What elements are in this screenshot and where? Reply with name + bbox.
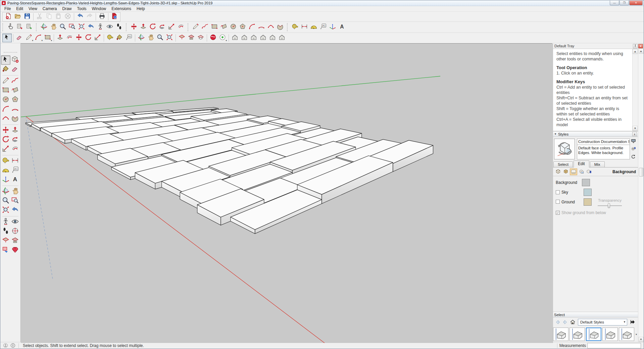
- minimize-button[interactable]: —: [610, 1, 619, 5]
- style-description[interactable]: Default face colors. Profile Edges. Whit…: [577, 145, 630, 159]
- dropdown-arrow-icon[interactable]: ▾: [51, 40, 52, 42]
- move-button[interactable]: [74, 34, 84, 42]
- background-settings-icon[interactable]: [570, 168, 577, 175]
- back-icon[interactable]: [554, 319, 561, 326]
- orbit-button[interactable]: [137, 34, 146, 42]
- menu-edit[interactable]: Edit: [13, 6, 26, 11]
- undo-button[interactable]: [76, 12, 85, 21]
- select-button[interactable]: [2, 34, 12, 42]
- pie-button[interactable]: [276, 23, 285, 32]
- select-panel-header[interactable]: Select: [552, 312, 638, 317]
- toolbar-grip[interactable]: [2, 23, 5, 31]
- menu-help[interactable]: Help: [134, 6, 148, 11]
- details-icon[interactable]: [629, 319, 636, 326]
- style-thumbnail-5[interactable]: [619, 328, 634, 341]
- walk-button[interactable]: [1, 227, 10, 236]
- ground-color-swatch[interactable]: [584, 198, 592, 206]
- compass-button[interactable]: [10, 227, 20, 236]
- push-pull-button[interactable]: [139, 23, 148, 32]
- copy-button[interactable]: [44, 12, 54, 21]
- scroll-down-icon[interactable]: ▼: [633, 126, 638, 131]
- look-around-button[interactable]: [105, 23, 114, 32]
- dropdown-arrow-icon[interactable]: ▾: [32, 40, 33, 42]
- text-button[interactable]: A1: [10, 166, 20, 175]
- tape-measure-button[interactable]: [105, 34, 115, 42]
- paste-button[interactable]: [54, 12, 63, 21]
- tab-edit[interactable]: Edit: [574, 160, 589, 167]
- section-display-button[interactable]: [187, 34, 196, 42]
- open-button[interactable]: [13, 12, 22, 21]
- update-style-icon[interactable]: [631, 154, 636, 159]
- rectangle-button[interactable]: [1, 86, 10, 95]
- select-button[interactable]: [1, 55, 10, 65]
- toolbar-grip[interactable]: [188, 23, 190, 31]
- pan-button[interactable]: [49, 23, 58, 32]
- orbit-button[interactable]: [39, 23, 49, 32]
- eraser-button[interactable]: [10, 65, 20, 74]
- section-plane-button[interactable]: [177, 34, 187, 42]
- menu-draw[interactable]: Draw: [60, 6, 75, 11]
- toolbar-grip[interactable]: [287, 23, 289, 31]
- view-top-button[interactable]: [240, 34, 249, 42]
- arcs-button[interactable]: ▾: [34, 34, 43, 42]
- tray-scroll-thumb[interactable]: [639, 168, 643, 177]
- print-button[interactable]: [97, 12, 107, 21]
- zoom-button[interactable]: [1, 196, 10, 206]
- polygon-button[interactable]: [238, 23, 247, 32]
- scroll-up-icon[interactable]: ▲: [633, 49, 638, 54]
- 3d-text-button[interactable]: A: [337, 23, 347, 32]
- zoom-window-button[interactable]: [67, 23, 77, 32]
- push-pull-button[interactable]: [55, 34, 65, 42]
- styles-collection-dropdown[interactable]: Default Styles ▼: [578, 319, 627, 326]
- shapes-button[interactable]: ▾: [43, 34, 52, 42]
- menu-file[interactable]: File: [2, 6, 13, 11]
- pie-button[interactable]: [10, 114, 20, 123]
- create-new-style-icon[interactable]: [631, 146, 636, 151]
- make-component-button[interactable]: [10, 55, 20, 65]
- paint-bucket-button[interactable]: [115, 34, 124, 42]
- zoom-button[interactable]: [58, 23, 67, 32]
- new-button[interactable]: [4, 12, 13, 21]
- cut-button[interactable]: [35, 12, 44, 21]
- save-button[interactable]: [22, 12, 32, 21]
- line-button[interactable]: [1, 77, 10, 86]
- rotate-button[interactable]: [84, 34, 93, 42]
- rotated-rectangle-button[interactable]: [219, 23, 229, 32]
- arc-button[interactable]: [247, 23, 257, 32]
- transparency-slider[interactable]: [598, 203, 622, 208]
- style-thumbnail-1[interactable]: [553, 328, 568, 341]
- maximize-button[interactable]: ❐: [620, 1, 629, 5]
- follow-me-button[interactable]: [157, 23, 167, 32]
- edge-settings-icon[interactable]: [554, 168, 562, 175]
- walk-button[interactable]: [114, 23, 124, 32]
- axes-button[interactable]: [328, 23, 337, 32]
- view-front-button[interactable]: [249, 34, 258, 42]
- offset-button[interactable]: [10, 145, 20, 154]
- text-button[interactable]: A1: [124, 34, 134, 42]
- redo-button[interactable]: [85, 12, 94, 21]
- menu-view[interactable]: View: [26, 6, 40, 11]
- watermark-settings-icon[interactable]: [578, 168, 585, 175]
- two-point-arc-button[interactable]: [257, 23, 266, 32]
- slider-thumb[interactable]: [608, 203, 610, 208]
- styles-close-icon[interactable]: x: [632, 132, 637, 136]
- zoom-previous-button[interactable]: [10, 206, 20, 215]
- close-button[interactable]: ✕: [629, 1, 643, 5]
- zoom-extents-button[interactable]: [165, 34, 174, 42]
- two-point-arc-button[interactable]: [10, 105, 20, 114]
- zoom-extents-button[interactable]: [77, 23, 86, 32]
- tray-title-bar[interactable]: Default Tray x: [552, 43, 644, 49]
- modeling-settings-icon[interactable]: [585, 168, 593, 175]
- section-plane-button[interactable]: [1, 236, 10, 246]
- dropdown-arrow-icon[interactable]: ▾: [226, 40, 227, 42]
- rotate-button[interactable]: [1, 135, 10, 145]
- menu-tools[interactable]: Tools: [75, 6, 89, 11]
- background-color-swatch[interactable]: [582, 179, 590, 186]
- sky-checkbox[interactable]: [556, 190, 560, 194]
- thumbnails-overflow-icon[interactable]: ▾: [636, 333, 637, 336]
- position-camera-button[interactable]: [1, 217, 10, 227]
- zoom-previous-button[interactable]: [86, 23, 96, 32]
- 3d-text-button[interactable]: A: [10, 175, 20, 185]
- ground-checkbox[interactable]: [556, 200, 560, 204]
- toolbar-grip[interactable]: [126, 23, 128, 31]
